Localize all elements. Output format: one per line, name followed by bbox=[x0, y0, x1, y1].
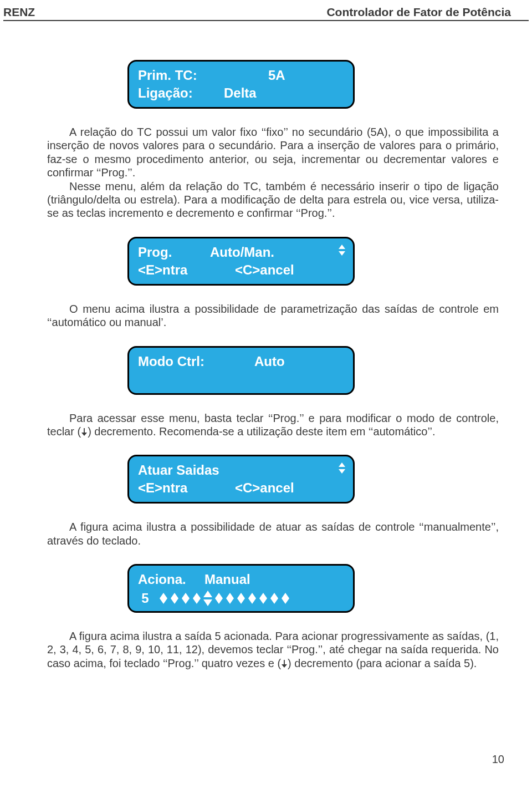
output-indicator-icon bbox=[247, 592, 258, 605]
lcd-display-atuar-saidas: Atuar Saidas <E>ntra <C>ancel bbox=[127, 455, 355, 504]
paragraph-text: ) decremento. Recomenda-se a utilização … bbox=[88, 425, 435, 438]
updown-arrows-icon bbox=[339, 462, 345, 474]
lcd-label: <E>ntra bbox=[138, 480, 235, 496]
lcd-label: Atuar Saidas bbox=[138, 462, 219, 478]
paragraph-text: A relação do TC possui um valor fixo ‘‘f… bbox=[47, 126, 499, 179]
lcd-label: Prim. TC: bbox=[138, 68, 224, 83]
brand: RENZ bbox=[3, 6, 35, 19]
lcd-label: Modo Ctrl: bbox=[138, 354, 254, 369]
paragraph-text: ) decremento (para acionar a saída 5). bbox=[288, 657, 477, 669]
output-indicator-icon bbox=[236, 592, 247, 605]
svg-marker-3 bbox=[282, 664, 287, 668]
output-indicator-icon bbox=[224, 592, 236, 605]
page-header: RENZ Controlador de Fator de Potência bbox=[0, 0, 532, 20]
lcd-value: Auto/Man. bbox=[210, 245, 274, 260]
lcd-value: Auto bbox=[254, 354, 285, 369]
paragraph: O menu acima ilustra a possibilidade de … bbox=[47, 302, 499, 329]
paragraph: A figura acima ilustra a saída 5 acionad… bbox=[47, 629, 499, 670]
output-indicator-icon bbox=[158, 592, 169, 605]
paragraph: A relação do TC possui um valor fixo ‘‘f… bbox=[47, 125, 499, 220]
output-indicator-icon bbox=[269, 592, 280, 605]
output-indicator-track bbox=[158, 592, 291, 605]
output-indicator-icon bbox=[202, 592, 213, 605]
lcd-value: Delta bbox=[224, 85, 257, 101]
lcd-value: 5A bbox=[268, 68, 285, 83]
lcd-value: <C>ancel bbox=[235, 262, 294, 278]
lcd-display-prog-automan: Prog. Auto/Man. <E>ntra <C>ancel bbox=[127, 237, 355, 286]
output-indicator-icon bbox=[258, 592, 269, 605]
paragraph-text: A figura acima ilustra a possibilidade d… bbox=[47, 521, 499, 546]
paragraph-text: Nesse menu, além da relação do TC, també… bbox=[47, 180, 499, 220]
output-indicator-icon bbox=[180, 592, 191, 605]
output-indicator-icon bbox=[213, 592, 224, 605]
lcd-display-aciona-manual: Aciona. Manual 5 bbox=[127, 564, 355, 613]
down-arrow-icon bbox=[281, 659, 288, 668]
output-indicator-icon bbox=[280, 592, 291, 605]
output-indicator-icon bbox=[191, 592, 202, 605]
lcd-display-prim-tc: Prim. TC: 5A Ligação: Delta bbox=[127, 60, 355, 109]
lcd-label: <E>ntra bbox=[138, 262, 235, 278]
page-number: 10 bbox=[492, 753, 504, 766]
down-arrow-icon bbox=[81, 428, 88, 436]
lcd-value: Manual bbox=[204, 572, 250, 587]
updown-arrows-icon bbox=[339, 245, 345, 256]
lcd-label: Ligação: bbox=[138, 85, 224, 101]
paragraph: A figura acima ilustra a possibilidade d… bbox=[47, 520, 499, 547]
svg-marker-1 bbox=[81, 433, 87, 436]
lcd-value: <C>ancel bbox=[235, 480, 294, 496]
output-number: 5 bbox=[138, 591, 152, 606]
doc-title: Controlador de Fator de Potência bbox=[326, 6, 511, 19]
output-indicator-icon bbox=[169, 592, 180, 605]
paragraph-text: O menu acima ilustra a possibilidade de … bbox=[47, 303, 499, 328]
lcd-display-modo-ctrl: Modo Ctrl: Auto bbox=[127, 346, 355, 395]
lcd-label: Aciona. bbox=[138, 572, 204, 587]
lcd-label: Prog. bbox=[138, 245, 210, 260]
paragraph: Para acessar esse menu, basta teclar ‘‘P… bbox=[47, 411, 499, 439]
